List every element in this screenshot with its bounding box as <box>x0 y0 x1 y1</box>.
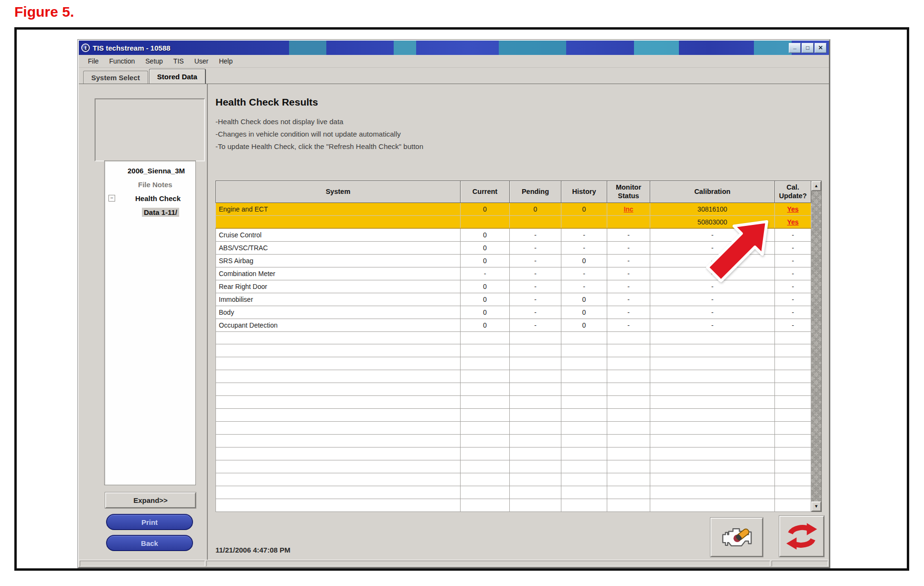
page-title: Health Check Results <box>215 96 318 108</box>
scroll-up-icon: ▲ <box>814 183 818 188</box>
engine-icon <box>720 524 754 551</box>
cell-monitor: - <box>607 254 650 267</box>
cell-pending: - <box>510 280 561 293</box>
cal-update-yes-link[interactable]: Yes <box>787 218 798 226</box>
maximize-button[interactable]: □ <box>802 43 814 53</box>
cal-update-yes-link[interactable]: Yes <box>787 205 798 213</box>
empty-table-row <box>216 396 811 409</box>
column-header-history: History <box>561 181 607 203</box>
cell-pending: - <box>510 267 561 280</box>
cell-history: 0 <box>561 254 607 267</box>
table-row[interactable]: Immobiliser0-0--- <box>216 293 811 306</box>
menu-item-function[interactable]: Function <box>104 56 140 66</box>
cell-pending: - <box>510 254 561 267</box>
note-line: -Changes in vehicle condition will not u… <box>215 128 423 140</box>
cell-current: 0 <box>461 228 510 241</box>
table-row[interactable]: Combination Meter------ <box>216 267 811 280</box>
cell-system: Body <box>216 306 461 319</box>
empty-table-row <box>216 435 811 447</box>
back-button[interactable]: Back <box>106 535 193 551</box>
column-header-pending: Pending <box>510 181 561 203</box>
empty-table-row <box>216 473 811 486</box>
cell-cal_update: - <box>775 254 811 267</box>
menu-item-help[interactable]: Help <box>214 56 238 66</box>
scroll-down-button[interactable]: ▼ <box>811 501 821 511</box>
tree-item-label: 2006_Sienna_3M <box>128 167 185 175</box>
cell-history: - <box>561 280 607 293</box>
cell-current: 0 <box>461 241 510 254</box>
cell-calibration: - <box>650 293 775 306</box>
cell-pending: - <box>510 293 561 306</box>
cell-monitor: - <box>607 280 650 293</box>
cell-system: Immobiliser <box>216 293 461 306</box>
empty-table-row <box>216 344 811 357</box>
tree-item-2006-sienna-3m[interactable]: 2006_Sienna_3M <box>105 164 195 178</box>
cell-cal_update: - <box>775 280 811 293</box>
cell-calibration: - <box>650 228 775 241</box>
tree-item-health-check[interactable]: −Health Check <box>105 192 195 205</box>
expand-button[interactable]: Expand>> <box>105 492 196 508</box>
cell-monitor: - <box>607 293 650 306</box>
table-row[interactable]: 50803000Yes <box>216 215 811 228</box>
titlebar-artifact <box>754 41 792 55</box>
table-row[interactable]: Cruise Control0----- <box>216 228 811 241</box>
tab-system-select[interactable]: System Select <box>83 71 148 84</box>
table-row[interactable]: Occupant Detection0-0--- <box>216 319 811 331</box>
sidebar: 2006_Sienna_3MFile Notes−Health CheckDat… <box>79 84 208 560</box>
cell-history: 0 <box>561 203 607 216</box>
cell-calibration: - <box>650 306 775 319</box>
cell-pending: - <box>510 241 561 254</box>
cell-monitor: - <box>607 319 650 331</box>
print-button[interactable]: Print <box>106 514 193 530</box>
health-check-button[interactable] <box>710 518 763 557</box>
refresh-health-check-button[interactable] <box>779 516 824 557</box>
refresh-arrows-icon <box>785 522 818 551</box>
table-row[interactable]: SRS Airbag0-0--- <box>216 254 811 267</box>
tree-item-data-1-11[interactable]: Data 1-11/ <box>105 205 195 219</box>
table-row[interactable]: Engine and ECT000Inc30816100Yes <box>216 203 811 216</box>
cell-calibration: - <box>650 267 775 280</box>
empty-table-row <box>216 422 811 435</box>
minimize-button[interactable]: _ <box>789 43 801 53</box>
empty-table-row <box>216 383 811 396</box>
titlebar: t TIS techstream - 10588 _ □ ✕ <box>79 41 829 55</box>
menu-item-user[interactable]: User <box>189 56 214 66</box>
cell-cal_update: - <box>775 228 811 241</box>
table-scrollbar[interactable]: ▲ ▼ <box>811 181 822 512</box>
tree-item-file-notes[interactable]: File Notes <box>105 178 195 192</box>
tis-techstream-window: t TIS techstream - 10588 _ □ ✕ FileFunct… <box>78 40 830 568</box>
cell-current: 0 <box>461 203 510 216</box>
table-header-row: SystemCurrentPendingHistoryMonitorStatus… <box>216 181 811 203</box>
cell-calibration: - <box>650 254 775 267</box>
menu-item-setup[interactable]: Setup <box>140 56 168 66</box>
close-button[interactable]: ✕ <box>815 43 827 53</box>
column-header-calibration: Calibration <box>650 181 775 203</box>
table-row[interactable]: Body0-0--- <box>216 306 811 319</box>
cell-current: 0 <box>461 293 510 306</box>
cell-history <box>561 215 607 228</box>
cell-cal_update: Yes <box>775 215 811 228</box>
tree-collapse-icon[interactable]: − <box>108 195 115 202</box>
table-row[interactable]: ABS/VSC/TRAC0----- <box>216 241 811 254</box>
cell-calibration: - <box>650 319 775 331</box>
cell-calibration: 30816100 <box>650 203 775 216</box>
empty-table-row <box>216 460 811 473</box>
cell-system: SRS Airbag <box>216 254 461 267</box>
scroll-up-button[interactable]: ▲ <box>811 181 821 191</box>
health-check-table: SystemCurrentPendingHistoryMonitorStatus… <box>215 181 811 512</box>
empty-table-row <box>216 447 811 460</box>
table-body: Engine and ECT000Inc30816100Yes50803000Y… <box>216 203 811 512</box>
table-row[interactable]: Rear Right Door0----- <box>216 280 811 293</box>
menu-item-file[interactable]: File <box>83 56 104 66</box>
column-header-system: System <box>216 181 461 203</box>
monitor-status-inc-link[interactable]: Inc <box>623 205 633 213</box>
cell-pending: 0 <box>510 203 561 216</box>
cell-pending <box>510 215 561 228</box>
cell-system: Engine and ECT <box>216 203 461 216</box>
scrollbar-track[interactable] <box>811 191 821 501</box>
cell-system: Combination Meter <box>216 267 461 280</box>
tab-stored-data[interactable]: Stored Data <box>149 69 206 84</box>
menu-item-tis[interactable]: TIS <box>168 56 189 66</box>
cell-history: 0 <box>561 319 607 331</box>
scroll-down-icon: ▼ <box>814 504 818 509</box>
